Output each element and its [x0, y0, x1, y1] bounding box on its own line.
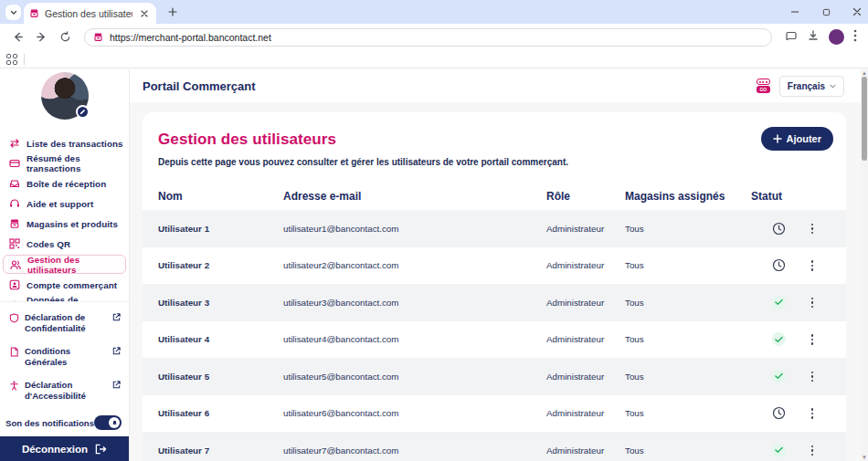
table-body: Utilisateur 1 utilisateur1@bancontact.co… — [143, 210, 846, 461]
forward-icon[interactable] — [31, 27, 51, 47]
close-window-icon[interactable] — [852, 6, 863, 17]
accessibility-icon — [9, 381, 19, 391]
sidebar-item-stores-products[interactable]: Magasins et produits — [0, 214, 129, 234]
user-stores: Tous — [625, 260, 751, 270]
status-badge — [772, 296, 786, 309]
apps-grid-icon[interactable] — [6, 54, 17, 65]
users-table: Nom Adresse e-mail Rôle Magasins assigné… — [143, 182, 846, 461]
users-icon — [10, 259, 21, 270]
sidebar-item-merchant-account[interactable]: Compte commerçant — [0, 275, 129, 295]
store-icon — [9, 218, 20, 229]
user-role: Administrateur — [546, 445, 625, 456]
browser-tab[interactable]: Gestion des utilisateurs — [24, 3, 156, 24]
favicon-store-icon — [29, 8, 39, 18]
user-name: Utilisateur 5 — [158, 372, 283, 382]
status-badge — [772, 444, 786, 457]
row-menu-icon[interactable] — [806, 221, 819, 236]
row-menu-icon[interactable] — [806, 295, 819, 309]
profile-avatar[interactable] — [829, 29, 844, 45]
edit-avatar-icon[interactable] — [76, 105, 90, 119]
browser-menu-icon[interactable] — [853, 29, 857, 46]
page-title: Gestion des utilisateurs — [158, 131, 831, 149]
user-email: utilisateur5@bancontact.com — [283, 372, 546, 382]
chevron-down-icon — [830, 84, 836, 89]
row-menu-icon[interactable] — [806, 332, 819, 347]
reload-icon[interactable] — [55, 27, 75, 47]
sidebar-item-transactions-summary[interactable]: Résumé des transactions — [0, 153, 129, 173]
terms-conditions-link[interactable]: Conditions Générales — [9, 342, 122, 376]
status-badge — [772, 332, 786, 346]
sidebar-item-inbox[interactable]: Boîte de réception — [0, 173, 129, 194]
user-role: Administrateur — [546, 224, 625, 234]
bookmarks-divider — [24, 54, 25, 65]
table-row: Utilisateur 1 utilisateur1@bancontact.co… — [143, 210, 846, 247]
accessibility-statement-link[interactable]: Déclaration d'Accessibilité — [9, 376, 122, 410]
sidebar-links: Déclaration de Confidentialité Condition… — [0, 301, 129, 412]
user-email: utilisateur7@bancontact.com — [283, 445, 546, 456]
table-row: Utilisateur 6 utilisateur6@bancontact.co… — [143, 395, 846, 433]
download-icon[interactable] — [807, 29, 820, 46]
privacy-statement-link[interactable]: Déclaration de Confidentialité — [9, 309, 122, 342]
maximize-icon[interactable] — [820, 6, 831, 17]
user-stores: Tous — [625, 224, 751, 234]
transfer-arrows-icon — [9, 138, 20, 149]
notification-sound-toggle[interactable] — [94, 415, 122, 430]
bookmarks-bar — [0, 50, 868, 68]
active-check-icon — [772, 370, 786, 383]
tab-search-chevron-icon[interactable] — [5, 5, 21, 20]
user-email: utilisateur6@bancontact.com — [283, 408, 546, 418]
scroll-up-icon[interactable]: ▲ — [861, 69, 868, 77]
logout-button[interactable]: Déconnexion — [0, 436, 129, 461]
page-scrollbar[interactable]: ▲ ▼ — [861, 69, 868, 461]
user-stores: Tous — [625, 408, 751, 418]
side-panel-icon[interactable] — [785, 29, 798, 46]
bell-icon — [111, 420, 118, 426]
row-menu-icon[interactable] — [806, 443, 819, 457]
pending-clock-icon — [772, 258, 786, 272]
user-name: Utilisateur 7 — [158, 445, 283, 456]
row-menu-icon[interactable] — [806, 406, 819, 421]
user-role: Administrateur — [546, 372, 625, 382]
external-link-icon — [111, 380, 122, 390]
minimize-icon[interactable] — [789, 6, 800, 17]
table-row: Utilisateur 3 utilisateur3@bancontact.co… — [143, 284, 846, 321]
row-menu-icon[interactable] — [806, 369, 819, 383]
language-selector[interactable]: Français — [779, 76, 844, 97]
user-role: Administrateur — [546, 298, 625, 308]
main-content: Portail Commerçant GO Français Gestion d… — [130, 69, 868, 461]
tab-strip: Gestion des utilisateurs — [0, 0, 868, 24]
table-row: Utilisateur 5 utilisateur5@bancontact.co… — [143, 358, 846, 395]
add-user-button[interactable]: Ajouter — [761, 127, 834, 151]
user-name: Utilisateur 2 — [158, 260, 283, 270]
sidebar-bottom: Déclaration de Confidentialité Condition… — [0, 301, 129, 436]
row-menu-icon[interactable] — [806, 258, 819, 273]
shield-icon — [9, 313, 19, 323]
user-email: utilisateur3@bancontact.com — [283, 298, 546, 308]
pending-clock-icon — [772, 222, 786, 236]
new-tab-button[interactable] — [164, 3, 182, 21]
qr-code-icon — [9, 238, 20, 249]
sidebar-item-user-management[interactable]: Gestion des utilisateurs — [3, 255, 126, 274]
scroll-down-icon[interactable]: ▼ — [861, 454, 868, 461]
merchant-avatar[interactable] — [41, 72, 89, 120]
sidebar-item-help-support[interactable]: Aide et support — [0, 194, 129, 214]
external-link-icon — [111, 346, 122, 356]
status-badge — [772, 406, 786, 420]
external-link-icon — [111, 312, 122, 322]
url-text: https://merchant-portal.bancontact.net — [110, 32, 271, 43]
sidebar-item-label: Magasins et produits — [26, 219, 118, 229]
tab-close-icon[interactable] — [138, 7, 151, 20]
user-name: Utilisateur 1 — [158, 224, 283, 234]
user-role: Administrateur — [546, 408, 625, 418]
bancontact-logo-icon: GO — [755, 79, 772, 93]
sidebar-item-qr-codes[interactable]: Codes QR — [0, 234, 129, 254]
back-icon[interactable] — [7, 27, 27, 47]
status-badge — [772, 222, 786, 236]
url-bar[interactable]: https://merchant-portal.bancontact.net — [84, 28, 772, 47]
headset-icon — [9, 198, 20, 209]
user-stores: Tous — [625, 334, 751, 344]
pending-clock-icon — [772, 406, 786, 420]
column-header-email: Adresse e-mail — [283, 190, 546, 203]
scrollbar-thumb[interactable] — [862, 77, 867, 161]
sidebar-item-transactions-list[interactable]: Liste des transactions — [0, 133, 129, 153]
